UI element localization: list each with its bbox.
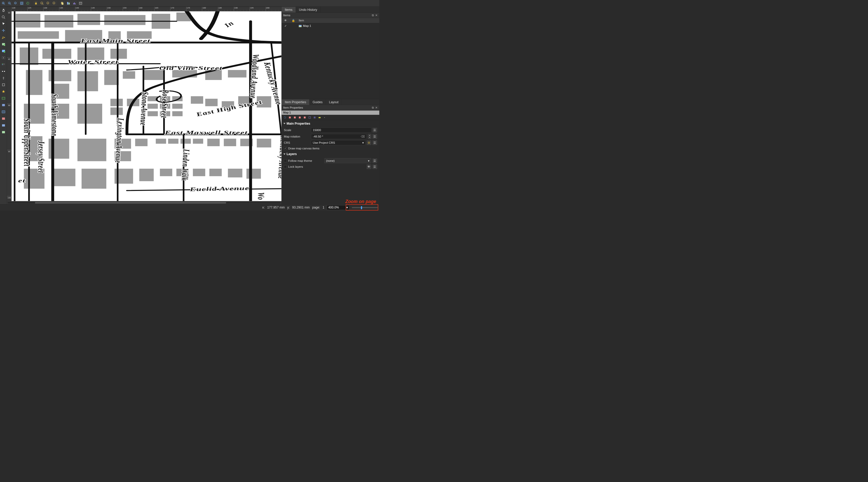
rotation-spin-up[interactable]: ▲ <box>368 134 371 137</box>
prop-lock-layers-row: Lock layers 👁 ☰ <box>282 164 379 170</box>
tab-layout[interactable]: Layout <box>326 99 342 105</box>
panel-close-icon-2[interactable]: ✕ <box>375 106 378 110</box>
lock-icon: 🔒 <box>292 19 295 22</box>
zoom-tool[interactable] <box>0 14 6 20</box>
crs-override-button[interactable]: ☰ <box>373 141 377 145</box>
tab-items[interactable]: Items <box>282 7 296 12</box>
follow-theme-override[interactable]: ☰ <box>373 158 377 163</box>
street-label: Rose Street <box>159 89 171 118</box>
crs-picker-button[interactable] <box>367 141 371 145</box>
zoom-value: 400.0% <box>328 206 339 209</box>
extent-zoom-in-button[interactable] <box>39 1 44 6</box>
svg-rect-52 <box>2 131 5 133</box>
add-html-tool[interactable] <box>0 102 6 108</box>
zoom-combo[interactable]: 400.0% ▾ <box>327 205 349 210</box>
add-arrow-tool[interactable] <box>0 75 6 81</box>
items-row-name: Map 1 <box>303 24 311 28</box>
items-panel-title: Items ⧉✕ <box>282 13 379 18</box>
add-marker-tool[interactable] <box>0 122 6 128</box>
table-button[interactable] <box>78 1 83 6</box>
add-table-tool[interactable] <box>0 95 6 101</box>
items-row-vis[interactable]: ✓ <box>282 24 289 28</box>
street-label: Kentucky Avenue <box>276 136 282 179</box>
items-list-header: 👁 🔒 Item <box>282 18 379 23</box>
svg-rect-18 <box>67 2 68 5</box>
items-row-map1[interactable]: ✓ Map 1 <box>282 23 379 29</box>
mini-extent3-button[interactable] <box>298 116 302 119</box>
panel-detach-icon-2[interactable]: ⧉ <box>372 106 374 110</box>
mini-export-button[interactable] <box>323 116 326 119</box>
histogram-button[interactable] <box>72 1 77 6</box>
mini-extent4-button[interactable] <box>303 116 306 119</box>
section-layers[interactable]: Layers <box>282 151 379 157</box>
svg-rect-65 <box>78 48 104 60</box>
add-extra-tool[interactable] <box>0 129 6 135</box>
ruler-vertical[interactable]: 80859095100 <box>7 11 11 201</box>
add-legend-tool[interactable] <box>0 61 6 68</box>
lock-layers-override[interactable]: ☰ <box>373 164 377 169</box>
follow-theme-checkbox[interactable] <box>284 159 287 162</box>
layout-canvas[interactable]: East Main StreetWater StreetOld Vine Str… <box>11 11 282 201</box>
lock-button[interactable] <box>33 1 38 6</box>
mini-label-button[interactable] <box>318 116 321 119</box>
add-page-button[interactable] <box>60 1 65 6</box>
tab-undo-history[interactable]: Undo History <box>296 7 320 12</box>
mini-refresh-button[interactable] <box>283 116 286 119</box>
zoom-1to1-button[interactable]: 1:1 <box>13 1 18 6</box>
svg-rect-35 <box>2 63 3 64</box>
crs-select[interactable]: Use Project CRS ▾ <box>311 140 365 145</box>
ruler-horizontal[interactable]: 1201251301351401451501551601651701751801… <box>11 7 282 11</box>
add-map-tool[interactable]: + <box>0 41 6 47</box>
street-label: Water Street <box>68 59 118 65</box>
rotation-input[interactable]: -48.50 ° ⌫ <box>311 134 367 139</box>
zoom-out-button[interactable] <box>7 1 12 6</box>
add-image-tool[interactable] <box>0 48 6 54</box>
mini-extent2-button[interactable] <box>293 116 297 119</box>
zoom-in-button[interactable] <box>1 1 6 6</box>
svg-rect-119 <box>209 169 222 176</box>
svg-rect-126 <box>309 117 310 118</box>
add-text-tool[interactable]: T <box>0 55 6 61</box>
lock-layers-eye[interactable]: 👁 <box>367 164 371 169</box>
svg-rect-53 <box>16 14 40 27</box>
select-tool[interactable] <box>0 21 6 27</box>
add-shape-tool[interactable] <box>0 82 6 88</box>
crs-label: CRS <box>284 141 310 145</box>
rotation-spin-down[interactable]: ▼ <box>368 137 371 139</box>
zoom-slider[interactable] <box>352 207 378 208</box>
add-star-tool[interactable] <box>0 89 6 95</box>
svg-line-5 <box>10 4 11 4</box>
mini-grid-button[interactable] <box>308 116 311 119</box>
section-main-properties[interactable]: Main Properties <box>282 120 379 127</box>
svg-rect-121 <box>247 169 261 179</box>
mini-overview-button[interactable] <box>313 116 316 119</box>
scale-override-button[interactable]: ☰ <box>373 128 377 132</box>
mini-extent1-button[interactable] <box>288 116 291 119</box>
add-scalebar-tool[interactable] <box>0 68 6 74</box>
svg-rect-9 <box>20 2 23 5</box>
align-button[interactable] <box>66 1 71 6</box>
map-page[interactable]: East Main StreetWater StreetOld Vine Str… <box>11 11 282 201</box>
pan-tool[interactable] <box>0 7 6 13</box>
panel-detach-icon[interactable]: ⧉ <box>372 13 374 17</box>
lock-layers-checkbox[interactable] <box>284 165 287 168</box>
move-item-tool[interactable] <box>0 28 6 34</box>
zoom-fit-button[interactable] <box>19 1 24 6</box>
extent-1to1-button[interactable] <box>52 1 57 6</box>
tab-item-properties[interactable]: Item Properties <box>282 99 309 105</box>
clear-icon[interactable]: ⌫ <box>361 135 365 138</box>
rotation-override-button[interactable]: ☰ <box>373 134 377 139</box>
add-attr-tool[interactable] <box>0 109 6 115</box>
follow-theme-select[interactable]: (none) ▾ <box>324 158 371 163</box>
scale-input[interactable]: 15000 <box>311 128 371 132</box>
street-label: Jersey Street <box>36 141 46 173</box>
canvas-horizontal-scrollbar[interactable] <box>7 201 282 204</box>
draw-canvas-checkbox[interactable]: ✓ <box>284 147 287 150</box>
add-grid-tool[interactable] <box>0 115 6 122</box>
extent-zoom-out-button[interactable] <box>45 1 51 6</box>
items-list: 👁 🔒 Item ✓ Map 1 <box>282 18 379 99</box>
tab-guides[interactable]: Guides <box>309 99 326 105</box>
panel-close-icon[interactable]: ✕ <box>375 13 378 17</box>
edit-nodes-tool[interactable] <box>0 34 6 40</box>
refresh-button[interactable] <box>25 1 30 6</box>
